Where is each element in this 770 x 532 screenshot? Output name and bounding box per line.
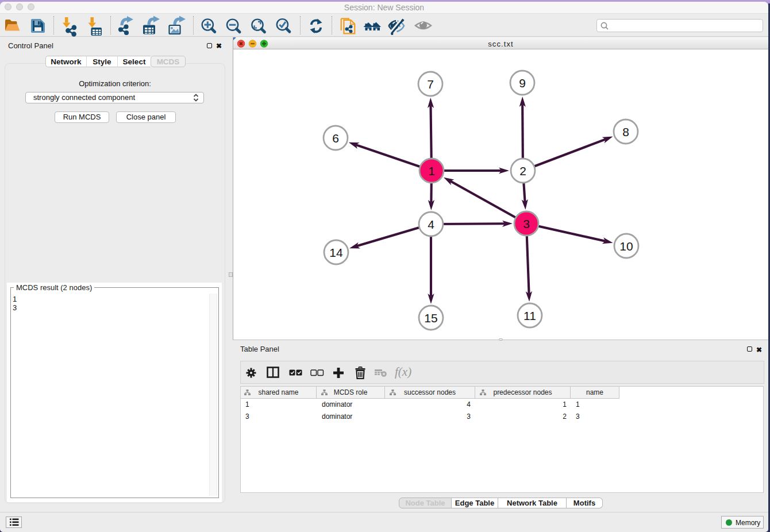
svg-text:10: 10 [619, 240, 633, 253]
svg-text:11: 11 [523, 309, 536, 322]
svg-text:3: 3 [523, 217, 530, 230]
svg-text:2: 2 [519, 164, 526, 178]
svg-text:4: 4 [428, 218, 434, 231]
svg-text:14: 14 [329, 246, 343, 259]
svg-text:15: 15 [424, 311, 437, 325]
svg-text:8: 8 [622, 125, 629, 138]
svg-text:6: 6 [332, 132, 339, 145]
svg-text:9: 9 [519, 76, 526, 90]
svg-text:f(x): f(x) [395, 365, 411, 379]
svg-text:7: 7 [427, 78, 434, 91]
svg-text:1: 1 [428, 164, 435, 178]
